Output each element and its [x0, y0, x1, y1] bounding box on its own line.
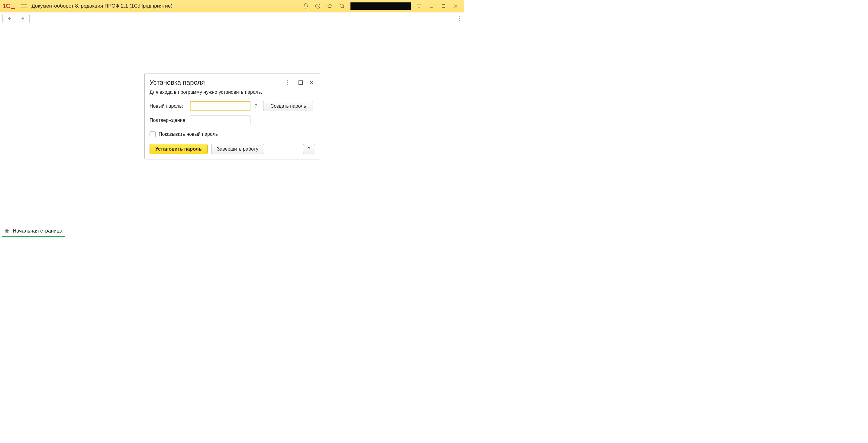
new-password-input[interactable]: [190, 101, 250, 111]
generate-password-button[interactable]: Создать пароль: [263, 101, 313, 111]
field-help-icon[interactable]: ?: [253, 103, 258, 110]
home-tab-label: Начальная страница: [13, 228, 63, 234]
nav-btngroup: [2, 13, 30, 23]
finish-button[interactable]: Завершить работу: [211, 144, 265, 154]
dialog-header: Установка пароля: [150, 78, 315, 87]
dialog-close-button[interactable]: [308, 79, 315, 86]
settings-lines-icon[interactable]: [415, 2, 424, 10]
dialog-maximize-button[interactable]: [297, 79, 304, 86]
bottombar: Начальная страница: [0, 225, 464, 237]
svg-rect-2: [442, 4, 445, 7]
maximize-button[interactable]: [439, 2, 448, 10]
show-password-row: Показывать новый пароль: [150, 131, 315, 137]
home-tab[interactable]: Начальная страница: [0, 225, 67, 237]
app-title: Документооборот 8, редакция ПРОФ 2.1 (1С…: [31, 3, 173, 9]
help-button[interactable]: ?: [303, 144, 315, 154]
back-button[interactable]: [3, 14, 16, 23]
dialog-subtitle: Для входа в программу нужно установить п…: [150, 89, 315, 95]
navbar-kebab-icon[interactable]: [457, 14, 462, 23]
set-password-button[interactable]: Установить пароль: [150, 144, 208, 154]
confirm-password-label: Подтверждение:: [150, 118, 190, 123]
dialog-kebab-icon[interactable]: [285, 78, 290, 87]
show-password-label[interactable]: Показывать новый пароль: [159, 131, 218, 137]
svg-point-1: [340, 4, 343, 7]
minimize-button[interactable]: [427, 2, 436, 10]
new-password-row: Новый пароль: ? Создать пароль: [150, 101, 315, 111]
confirm-password-input[interactable]: [190, 116, 250, 125]
search-icon[interactable]: [338, 2, 346, 10]
navbar: [0, 12, 464, 25]
bell-icon[interactable]: [302, 2, 310, 10]
dialog-title: Установка пароля: [150, 79, 285, 87]
new-password-label: Новый пароль:: [150, 104, 190, 109]
content-area: Установка пароля Для входа в программу н…: [0, 25, 464, 225]
show-password-checkbox[interactable]: [150, 131, 156, 137]
hamburger-icon[interactable]: [21, 3, 27, 9]
confirm-password-row: Подтверждение:: [150, 116, 315, 125]
user-blackbox: [350, 2, 411, 10]
forward-button[interactable]: [16, 14, 29, 23]
titlebar: 1C Документооборот 8, редакция ПРОФ 2.1 …: [0, 0, 464, 12]
password-dialog: Установка пароля Для входа в программу н…: [145, 73, 320, 159]
star-icon[interactable]: [326, 2, 334, 10]
svg-rect-3: [299, 81, 303, 84]
home-icon: [4, 228, 10, 234]
dialog-footer: Установить пароль Завершить работу ?: [150, 144, 315, 154]
close-button[interactable]: [452, 2, 460, 10]
history-icon[interactable]: [314, 2, 322, 10]
logo-1c: 1C: [2, 2, 15, 10]
